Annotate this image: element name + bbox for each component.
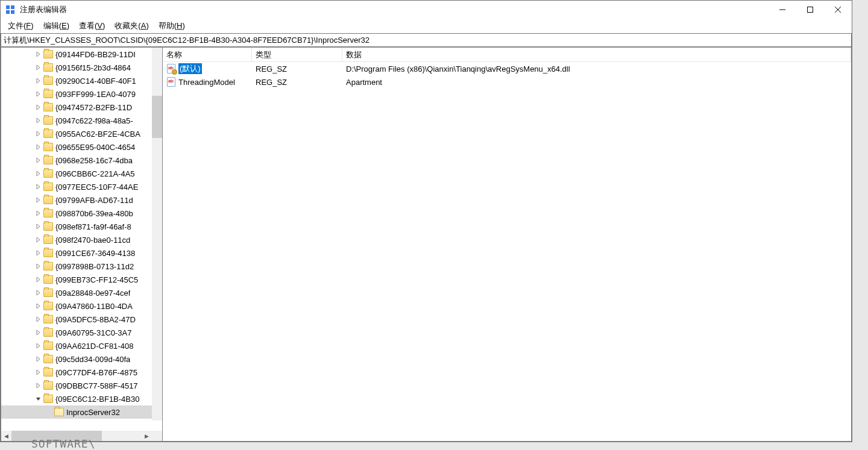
menu-file[interactable]: 文件(F) [3, 19, 39, 33]
svg-rect-0 [6, 5, 10, 9]
chevron-right-icon[interactable] [34, 116, 43, 125]
tree-item-label: {0977EEC5-10F7-44AE [55, 183, 138, 192]
background-text: SOFTWARE\ [31, 437, 96, 450]
tree-item[interactable]: {098870b6-39ea-480b [1, 207, 162, 220]
tree-item[interactable]: {09A5DFC5-8BA2-47D [1, 313, 162, 326]
tree-item[interactable]: {096CBB6C-221A-4A5 [1, 167, 162, 180]
close-button[interactable] [824, 1, 852, 19]
tree-item[interactable]: {09C77DF4-B76F-4875 [1, 366, 162, 379]
chevron-right-icon[interactable] [34, 129, 43, 139]
value-type-cell: REG_SZ [252, 62, 342, 75]
chevron-right-icon[interactable] [34, 169, 43, 178]
tree-item[interactable]: {09156f15-2b3d-4864 [1, 61, 162, 74]
tree-item[interactable]: {09EC6C12-BF1B-4B30 [1, 392, 162, 405]
chevron-right-icon[interactable] [34, 314, 43, 324]
tree-item[interactable]: {09655E95-040C-4654 [1, 140, 162, 154]
tree-item-label: {09A5DFC5-8BA2-47D [55, 315, 136, 324]
tree-item[interactable]: {09DBBC77-588F-4517 [1, 379, 162, 392]
folder-icon [43, 328, 53, 337]
tree-vertical-scrollbar[interactable] [152, 48, 162, 420]
folder-icon [43, 77, 53, 85]
minimize-button[interactable] [769, 1, 796, 19]
tree-item[interactable]: {09AA621D-CF81-408 [1, 339, 162, 352]
chevron-right-icon[interactable] [34, 222, 43, 231]
value-row[interactable]: abThreadingModelREG_SZApartment [163, 75, 851, 89]
tree-item[interactable]: {0947c622-f98a-48a5- [1, 114, 162, 127]
value-row[interactable]: ab(默认)REG_SZD:\Program Files (x86)\Qianx… [163, 62, 851, 75]
menu-view[interactable]: 查看(V) [74, 19, 110, 33]
value-name-cell: ab(默认) [163, 62, 252, 75]
tree-item[interactable]: {0968e258-16c7-4dba [1, 154, 162, 167]
chevron-right-icon[interactable] [34, 341, 43, 351]
chevron-right-icon[interactable] [34, 182, 43, 192]
chevron-right-icon[interactable] [34, 354, 43, 364]
folder-icon [43, 355, 53, 363]
chevron-right-icon[interactable] [34, 76, 43, 86]
column-header-data[interactable]: 数据 [342, 48, 851, 61]
chevron-right-icon[interactable] [34, 235, 43, 245]
tree-item-label: {09156f15-2b3d-4864 [55, 63, 131, 72]
menu-favorites[interactable]: 收藏夹(A) [110, 19, 153, 33]
value-data-cell: Apartment [342, 75, 851, 89]
value-name-text: (默认) [178, 63, 202, 74]
folder-icon [43, 262, 53, 270]
tree-item[interactable]: {093FF999-1EA0-4079 [1, 87, 162, 101]
window-title: 注册表编辑器 [19, 4, 769, 15]
chevron-right-icon[interactable] [34, 89, 43, 99]
maximize-button[interactable] [796, 1, 824, 19]
folder-icon [43, 196, 53, 204]
chevron-right-icon[interactable] [34, 301, 43, 311]
chevron-right-icon[interactable] [34, 49, 43, 59]
address-bar[interactable]: 计算机\HKEY_CLASSES_ROOT\CLSID\{09EC6C12-BF… [1, 33, 852, 47]
tree-item[interactable]: {0991CE67-3649-4138 [1, 246, 162, 260]
tree-item[interactable]: InprocServer32 [1, 405, 162, 419]
tree-item[interactable]: {0955AC62-BF2E-4CBA [1, 127, 162, 140]
folder-icon [43, 342, 53, 350]
tree-body[interactable]: {09144FD6-BB29-11DI{09156f15-2b3d-4864{0… [1, 48, 162, 431]
svg-rect-1 [11, 5, 14, 9]
chevron-right-icon[interactable] [34, 288, 43, 298]
tree-item[interactable]: {09a28848-0e97-4cef [1, 286, 162, 299]
folder-icon [43, 90, 53, 98]
chevron-right-icon[interactable] [34, 328, 43, 337]
tree-item[interactable]: {09290C14-40BF-40F1 [1, 74, 162, 87]
list-body[interactable]: ab(默认)REG_SZD:\Program Files (x86)\Qianx… [163, 62, 851, 441]
tree-item[interactable]: {09c5dd34-009d-40fa [1, 352, 162, 366]
tree-item-label: {09655E95-040C-4654 [55, 143, 135, 152]
chevron-right-icon[interactable] [34, 63, 43, 72]
tree-item[interactable]: {098f2470-bae0-11cd [1, 233, 162, 246]
chevron-right-icon[interactable] [34, 261, 43, 271]
tree-item-label: {0968e258-16c7-4dba [55, 156, 133, 165]
column-header-type[interactable]: 类型 [252, 48, 342, 61]
app-icon [5, 5, 15, 14]
chevron-right-icon[interactable] [34, 248, 43, 258]
tree-item[interactable]: {098ef871-fa9f-46af-8 [1, 220, 162, 233]
chevron-right-icon[interactable] [34, 367, 43, 377]
tree-item[interactable]: {0977EEC5-10F7-44AE [1, 180, 162, 193]
tree-item[interactable]: {0997898B-0713-11d2 [1, 260, 162, 273]
tree-item-label: {099EB73C-FF12-45C5 [55, 275, 138, 284]
string-value-icon: ab [166, 77, 176, 87]
menu-edit[interactable]: 编辑(E) [39, 19, 74, 33]
scrollbar-thumb[interactable] [152, 96, 162, 138]
chevron-right-icon[interactable] [34, 381, 43, 390]
titlebar: 注册表编辑器 [1, 1, 852, 19]
chevron-right-icon[interactable] [34, 142, 43, 152]
tree-item[interactable]: {09799AFB-AD67-11d [1, 193, 162, 207]
tree-item[interactable]: {09474572-B2FB-11D [1, 101, 162, 114]
chevron-right-icon[interactable] [34, 102, 43, 112]
scroll-right-icon[interactable]: ▶ [142, 431, 152, 441]
column-header-name[interactable]: 名称 [163, 48, 252, 61]
chevron-right-icon[interactable] [34, 155, 43, 165]
scroll-left-icon[interactable]: ◀ [1, 431, 11, 441]
tree-item[interactable]: {09A47860-11B0-4DA [1, 299, 162, 313]
chevron-right-icon[interactable] [34, 195, 43, 205]
tree-item-label: {09c5dd34-009d-40fa [55, 355, 130, 364]
tree-item[interactable]: {09144FD6-BB29-11DI [1, 48, 162, 61]
menu-help[interactable]: 帮助(H) [154, 19, 190, 33]
chevron-right-icon[interactable] [34, 208, 43, 218]
chevron-right-icon[interactable] [34, 275, 43, 284]
tree-item[interactable]: {09A60795-31C0-3A7 [1, 326, 162, 339]
tree-item[interactable]: {099EB73C-FF12-45C5 [1, 273, 162, 286]
chevron-down-icon[interactable] [34, 394, 43, 404]
